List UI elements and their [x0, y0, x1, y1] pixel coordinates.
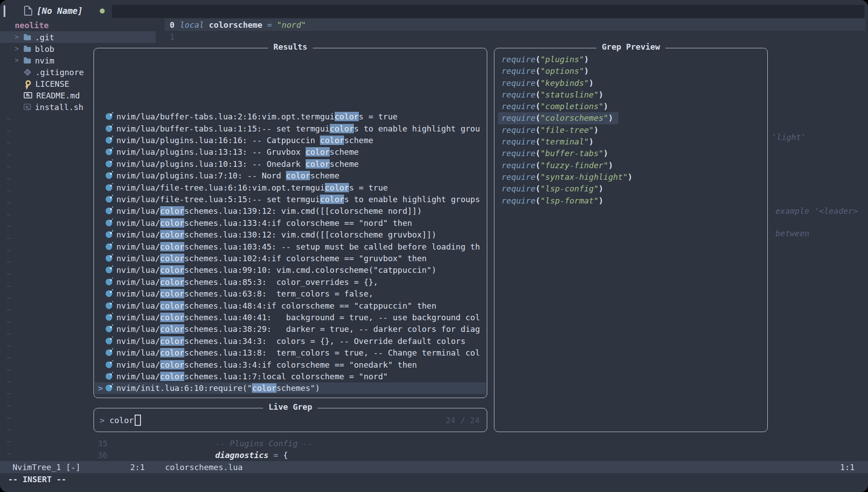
result-text-pre: nvim/lua/buffer-tabs.lua:1:15:-- set ter… — [116, 124, 330, 133]
function-name: require — [502, 113, 536, 123]
lua-file-icon — [106, 137, 112, 144]
result-item[interactable]: nvim/lua/colorschemes.lua:99:10: vim.cmd… — [95, 264, 486, 276]
close-paren: ) — [584, 55, 589, 64]
folder-icon — [24, 35, 31, 40]
result-item[interactable]: nvim/lua/buffer-tabs.lua:2:16:vim.opt.te… — [95, 111, 486, 123]
result-text: nvim/lua/file-tree.lua:6:16:vim.opt.term… — [116, 183, 388, 192]
result-item[interactable]: nvim/lua/colorschemes.lua:130:12: vim.cm… — [95, 229, 486, 241]
code-line-35: -- Plugins Config -- — [215, 437, 312, 450]
result-item[interactable]: nvim/lua/colorschemes.lua:13:8: term_col… — [95, 347, 486, 358]
result-item[interactable]: nvim/lua/colorschemes.lua:38:29: darker … — [95, 323, 486, 335]
match-highlight: color — [160, 230, 184, 239]
match-highlight: color — [325, 183, 349, 192]
result-text: nvim/lua/colorschemes.lua:130:12: vim.cm… — [116, 230, 436, 239]
lua-file-icon — [106, 172, 112, 179]
empty-line-tilde: ~ — [6, 304, 11, 316]
result-item[interactable]: nvim/lua/colorschemes.lua:85:3: color_ov… — [95, 276, 486, 288]
line-number-1: 1 — [166, 31, 174, 43]
function-name: require — [502, 102, 536, 111]
preview-line: require("syntax-highlight") — [502, 171, 766, 183]
result-item[interactable]: >nvim/init.lua:6:10:require("colorscheme… — [95, 382, 486, 394]
folder-icon — [24, 47, 31, 52]
result-text-post: scheme — [344, 136, 373, 145]
result-item[interactable]: nvim/lua/colorschemes.lua:40:41: backgro… — [95, 311, 486, 323]
file-icon — [24, 6, 32, 16]
result-item[interactable]: nvim/lua/file-tree.lua:5:15:-- set termg… — [95, 193, 486, 205]
result-item[interactable]: nvim/lua/colorschemes.lua:133:4:if color… — [95, 217, 486, 229]
preview-line: require("lsp-config") — [502, 183, 766, 195]
lua-file-icon — [106, 161, 112, 167]
result-text-post: schemes.lua:63:8: term_colors = false, — [184, 289, 374, 298]
result-text-pre: nvim/lua/ — [116, 230, 160, 239]
result-text-pre: nvim/lua/ — [116, 242, 160, 251]
result-text-pre: nvim/lua/buffer-tabs.lua:2:16:vim.opt.te… — [116, 112, 335, 121]
tree-item-label: install.sh — [35, 102, 83, 112]
close-paren: ) — [599, 184, 604, 193]
result-item[interactable]: nvim/lua/colorschemes.lua:63:8: term_col… — [95, 288, 486, 299]
code-line: require("lsp-format") — [502, 195, 604, 207]
result-item[interactable]: nvim/lua/colorschemes.lua:3:4:if colorsc… — [95, 359, 486, 370]
result-item[interactable]: nvim/lua/colorschemes.lua:48:4:if colors… — [95, 300, 486, 311]
code-line-36: diagnostics = { — [215, 449, 288, 461]
match-highlight: color — [320, 136, 344, 145]
code-line: require("fuzzy-finder") — [502, 160, 613, 171]
result-text: nvim/lua/plugins.lua:7:10: -- Nord color… — [116, 171, 340, 180]
result-item[interactable]: nvim/lua/file-tree.lua:6:16:vim.opt.term… — [95, 182, 486, 193]
close-paren: ) — [628, 172, 633, 182]
code-line: require("plugins") — [502, 54, 589, 65]
result-text-pre: nvim/lua/plugins.lua:7:10: -- Nord — [116, 171, 286, 180]
result-item[interactable]: nvim/lua/colorschemes.lua:103:45: -- set… — [95, 241, 486, 252]
empty-line-tilde: ~ — [6, 245, 11, 256]
open-paren: ( — [536, 172, 540, 182]
open-paren: ( — [536, 78, 540, 88]
string-literal: "plugins" — [540, 55, 584, 64]
function-name: require — [502, 196, 536, 205]
live-grep-input[interactable]: > color — [100, 408, 141, 432]
tree-root-label: neolite — [15, 20, 49, 31]
empty-line-tilde: ~ — [6, 221, 11, 232]
lua-file-icon — [106, 302, 112, 309]
code-line: require("syntax-highlight") — [502, 171, 633, 183]
result-item[interactable]: nvim/lua/colorschemes.lua:34:3: colors =… — [95, 335, 486, 347]
string-literal: "syntax-highlight" — [540, 172, 628, 182]
lua-file-icon — [106, 196, 112, 203]
result-text: nvim/lua/colorschemes.lua:34:3: colors =… — [116, 336, 465, 346]
open-paren: ( — [536, 148, 540, 158]
open-paren: ( — [536, 90, 540, 99]
result-item[interactable]: nvim/lua/colorschemes.lua:139:12: vim.cm… — [95, 205, 486, 217]
empty-line-tilde: ~ — [6, 316, 11, 328]
match-highlight: color — [160, 336, 184, 346]
function-name: require — [502, 161, 536, 170]
result-item[interactable]: nvim/lua/plugins.lua:13:13: -- Gruvbox c… — [95, 146, 486, 158]
result-item[interactable]: nvim/lua/colorschemes.lua:102:4:if color… — [95, 252, 486, 264]
result-text: nvim/lua/plugins.lua:10:13: -- Onedark c… — [116, 159, 359, 169]
function-name: require — [502, 55, 536, 64]
match-highlight: color — [160, 313, 184, 322]
result-item[interactable]: nvim/lua/colorschemes.lua:1:7:local colo… — [95, 370, 486, 382]
tree-item-.git[interactable]: .git — [0, 31, 156, 43]
chevron-right-icon — [15, 45, 20, 53]
empty-line-tilde: ~ — [6, 149, 11, 161]
result-text-pre: nvim/lua/ — [116, 265, 160, 275]
result-item[interactable]: nvim/lua/plugins.lua:7:10: -- Nord color… — [95, 170, 486, 182]
result-text-pre: nvim/lua/ — [116, 348, 160, 357]
line-number-36: 36 — [89, 449, 107, 461]
function-name: require — [502, 148, 536, 158]
result-item[interactable]: nvim/lua/plugins.lua:10:13: -- Onedark c… — [95, 158, 486, 170]
empty-line-tilde: ~ — [6, 436, 11, 447]
result-item[interactable]: nvim/lua/plugins.lua:16:16: -- Catppucci… — [95, 134, 486, 146]
function-name: require — [502, 184, 536, 193]
empty-line-tilde: ~ — [6, 400, 11, 411]
empty-line-tilde: ~ — [6, 328, 11, 340]
result-text-pre: nvim/lua/file-tree.lua:6:16:vim.opt.term… — [116, 183, 325, 192]
close-paren: ) — [608, 113, 613, 123]
result-text: nvim/lua/colorschemes.lua:103:45: -- set… — [116, 242, 480, 251]
result-text: nvim/lua/colorschemes.lua:48:4:if colors… — [116, 301, 436, 310]
buffer-tab[interactable]: [No Name] — [24, 4, 105, 17]
modified-dot-icon — [100, 8, 105, 13]
result-text-post: schemes.lua:133:4:if colorscheme == "nor… — [184, 218, 412, 228]
match-highlight: color — [160, 218, 184, 228]
open-paren: ( — [536, 102, 540, 111]
empty-line-tilde: ~ — [6, 352, 11, 364]
result-item[interactable]: nvim/lua/buffer-tabs.lua:1:15:-- set ter… — [95, 123, 486, 134]
